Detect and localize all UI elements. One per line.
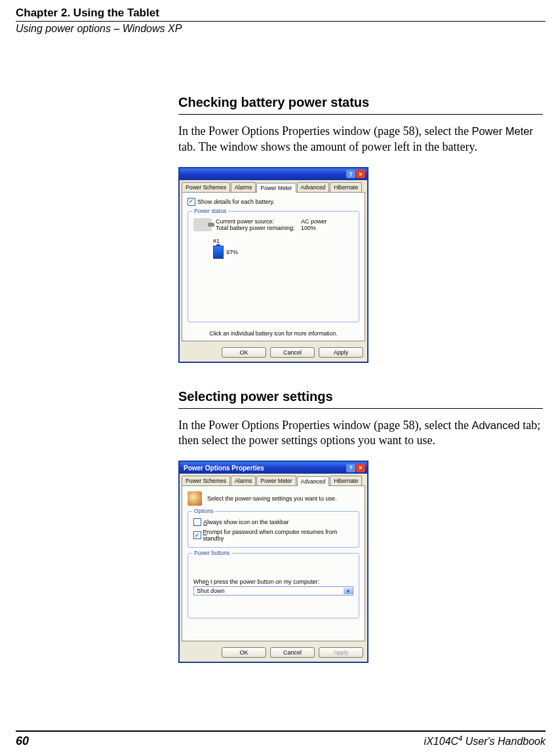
section1-tabname: Power Meter (471, 125, 533, 137)
book-title: iX104C4 User's Handbook (424, 734, 546, 747)
taskbar-icon-checkbox[interactable]: AAlways show icon on the taskbarlways sh… (193, 518, 289, 526)
power-meter-dialog: ? × Power Schemes Alarms Power Meter Adv… (178, 167, 368, 363)
tab-power-meter[interactable]: Power Meter (256, 183, 296, 193)
advanced-dialog: Power Options Properties ? × Power Schem… (178, 461, 368, 663)
section-path: Using power options – Windows XP (16, 23, 546, 35)
cancel-button[interactable]: Cancel (270, 647, 315, 658)
tab-advanced[interactable]: Advanced (297, 182, 330, 192)
battery-remaining-value: 100% (301, 225, 316, 231)
battery-hint: Click an individual battery icon for mor… (182, 330, 365, 337)
tab-pane: Select the power-saving settings you wan… (182, 485, 365, 641)
help-icon[interactable]: ? (346, 464, 355, 472)
power-button-prompt: When I press the power button on my comp… (193, 578, 353, 585)
prompt-password-label: Prompt for password when computer resume… (203, 529, 353, 542)
ok-button[interactable]: OK (222, 347, 266, 358)
button-row: OK Cancel Apply (180, 343, 367, 362)
help-icon[interactable]: ? (346, 170, 355, 178)
battery-remaining-label: Total battery power remaining: (216, 225, 301, 231)
section1-rule (178, 114, 543, 115)
tab-power-schemes[interactable]: Power Schemes (182, 476, 230, 485)
tab-alarms[interactable]: Alarms (231, 182, 256, 192)
checkbox-icon (193, 531, 201, 539)
tab-hibernate[interactable]: Hibernate (330, 476, 362, 485)
options-group: Options AAlways show icon on the taskbar… (188, 511, 359, 548)
chevron-down-icon: ▾ (344, 588, 353, 594)
checkbox-icon (188, 198, 195, 206)
button-row: OK Cancel Apply (180, 643, 367, 662)
section2-tabname: Advanced (471, 419, 519, 431)
intro-text: Select the power-saving settings you wan… (207, 495, 337, 502)
section1-paragraph: In the Power Options Properties window (… (178, 124, 543, 155)
close-icon[interactable]: × (356, 170, 365, 178)
section1-text-c: tab. The window shows the amount of powe… (178, 140, 477, 153)
show-details-checkbox[interactable]: Show details for each battery. (188, 198, 275, 206)
titlebar-title: Power Options Properties (184, 464, 346, 472)
titlebar[interactable]: ? × (180, 168, 367, 180)
tab-power-schemes[interactable]: Power Schemes (182, 182, 230, 192)
power-buttons-label: Power buttons (192, 550, 231, 556)
apply-button[interactable]: Apply (319, 347, 363, 358)
section2-text-a: In the Power Options Properties window (… (178, 419, 471, 432)
section2-paragraph: In the Power Options Properties window (… (178, 418, 543, 449)
page-footer: 60 iX104C4 User's Handbook (16, 730, 546, 748)
battery-icon[interactable] (213, 246, 224, 259)
power-button-select[interactable]: Shut down ▾ (193, 586, 353, 595)
titlebar-title (184, 170, 346, 178)
battery-number: #1 (213, 238, 353, 244)
power-source-label: Current power source: (216, 218, 301, 225)
power-button-value: Shut down (197, 588, 225, 594)
close-icon[interactable]: × (356, 464, 365, 472)
battery-percent: 97% (226, 249, 238, 255)
tab-bar: Power Schemes Alarms Power Meter Advance… (180, 180, 367, 192)
page-number: 60 (16, 734, 29, 748)
power-buttons-group: Power buttons When I press the power but… (188, 553, 359, 618)
section1-text-a: In the Power Options Properties window (… (178, 124, 471, 138)
section1-title: Checking battery power status (178, 95, 543, 110)
tab-alarms[interactable]: Alarms (231, 476, 256, 485)
titlebar[interactable]: Power Options Properties ? × (180, 462, 367, 474)
power-saving-icon (188, 491, 202, 506)
options-label: Options (192, 508, 215, 514)
tab-pane: Show details for each battery. Power sta… (182, 192, 365, 341)
checkbox-icon (193, 518, 201, 526)
power-source-value: AC power (301, 218, 327, 225)
tab-advanced[interactable]: Advanced (297, 476, 330, 486)
header-rule (16, 21, 546, 22)
taskbar-icon-label: AAlways show icon on the taskbarlways sh… (203, 519, 289, 525)
show-details-label: Show details for each battery. (197, 198, 275, 205)
tab-hibernate[interactable]: Hibernate (330, 182, 362, 192)
section2-title: Selecting power settings (178, 389, 543, 404)
cancel-button[interactable]: Cancel (270, 347, 315, 358)
chapter-title: Chapter 2. Using the Tablet (16, 7, 546, 20)
power-status-group: Power status Current power source:AC pow… (188, 211, 359, 322)
ok-button[interactable]: OK (222, 647, 266, 658)
apply-button[interactable]: Apply (319, 647, 363, 658)
group-label: Power status (192, 208, 228, 214)
tab-bar: Power Schemes Alarms Power Meter Advance… (180, 474, 367, 485)
ac-plug-icon (193, 218, 212, 231)
section2-rule (178, 408, 543, 409)
prompt-password-checkbox[interactable]: Prompt for password when computer resume… (193, 529, 353, 542)
tab-power-meter[interactable]: Power Meter (256, 476, 296, 485)
